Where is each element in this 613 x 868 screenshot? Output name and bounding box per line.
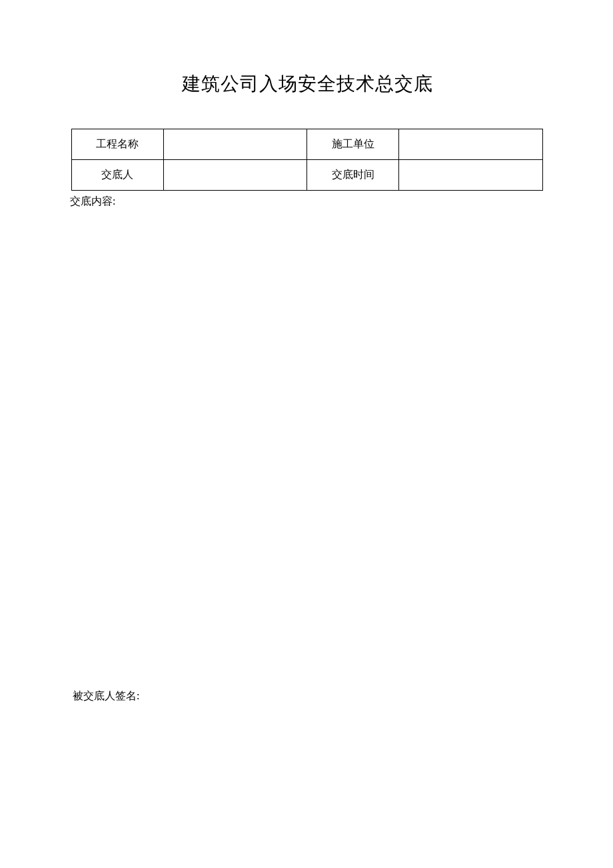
disclosure-time-value bbox=[399, 160, 543, 191]
table-row: 交底人 交底时间 bbox=[72, 160, 543, 191]
document-page: 建筑公司入场安全技术总交底 工程名称 施工单位 交底人 交底时间 交底内容: 被… bbox=[0, 0, 613, 209]
signature-label: 被交底人签名: bbox=[73, 689, 139, 703]
project-name-label: 工程名称 bbox=[72, 129, 164, 160]
disclosing-person-value bbox=[163, 160, 307, 191]
table-row: 工程名称 施工单位 bbox=[72, 129, 543, 160]
info-table: 工程名称 施工单位 交底人 交底时间 bbox=[71, 129, 543, 191]
construction-unit-label: 施工单位 bbox=[307, 129, 399, 160]
content-label: 交底内容: bbox=[70, 195, 543, 209]
disclosing-person-label: 交底人 bbox=[72, 160, 164, 191]
disclosure-time-label: 交底时间 bbox=[307, 160, 399, 191]
document-title: 建筑公司入场安全技术总交底 bbox=[71, 71, 543, 97]
project-name-value bbox=[163, 129, 307, 160]
construction-unit-value bbox=[399, 129, 543, 160]
